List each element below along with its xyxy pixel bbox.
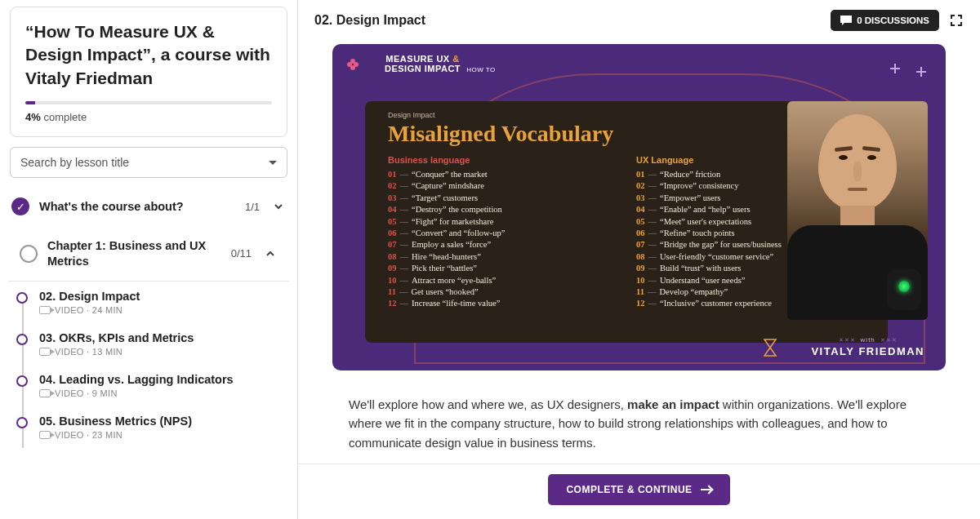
lesson-status-icon <box>16 334 28 345</box>
slide-tag: HOW TO MEASURE UX & DESIGN IMPACT <box>385 54 461 73</box>
lesson-title: 04. Leading vs. Lagging Indicators <box>39 373 284 386</box>
lesson-item[interactable]: 05. Business Metrics (NPS) VIDEO · 23 MI… <box>16 406 297 448</box>
course-header-card: “How To Measure UX & Design Impact”, a c… <box>10 7 287 137</box>
lesson-item[interactable]: 03. OKRs, KPIs and Metrics VIDEO · 13 MI… <box>16 323 297 365</box>
chevron-down-icon <box>273 201 284 212</box>
section-row-intro[interactable]: ✓ What's the course about? 1/1 <box>0 186 297 227</box>
lesson-item[interactable]: 04. Leading vs. Lagging Indicators VIDEO… <box>16 365 297 406</box>
lesson-list: 02. Design Impact VIDEO · 24 MIN 03. OKR… <box>0 282 297 448</box>
hourglass-icon <box>763 338 777 357</box>
main-header: 02. Design Impact 0 DISCUSSIONS <box>298 0 980 44</box>
main-content: 02. Design Impact 0 DISCUSSIONS HOW TO M… <box>298 0 980 519</box>
lesson-meta: VIDEO · 9 MIN <box>39 388 284 398</box>
status-done-icon: ✓ <box>11 197 29 215</box>
column-header: Business language <box>388 155 617 165</box>
section-count: 1/1 <box>245 201 260 213</box>
lesson-meta: VIDEO · 24 MIN <box>39 305 284 315</box>
section-title: What's the course about? <box>39 199 235 215</box>
arrow-right-icon <box>701 486 712 494</box>
lesson-title: 02. Design Impact <box>39 290 284 303</box>
section-title: Chapter 1: Business and UX Metrics <box>47 238 221 269</box>
chat-icon <box>840 16 852 25</box>
chevron-up-icon <box>265 248 276 260</box>
progress-label: 4% complete <box>25 111 272 123</box>
video-slide[interactable]: HOW TO MEASURE UX & DESIGN IMPACT Design… <box>332 44 946 370</box>
search-placeholder: Search by lesson title <box>20 156 129 169</box>
page-title: 02. Design Impact <box>314 13 821 28</box>
sidebar: “How To Measure UX & Design Impact”, a c… <box>0 0 298 519</box>
complete-continue-button[interactable]: COMPLETE & CONTINUE <box>548 474 729 505</box>
chevron-down-icon <box>269 161 277 165</box>
video-icon <box>39 348 51 356</box>
section-count: 0/11 <box>231 247 252 260</box>
video-icon <box>39 306 51 314</box>
lesson-title: 03. OKRs, KPIs and Metrics <box>39 331 284 344</box>
sparkle-icon <box>916 67 926 77</box>
flower-icon <box>347 59 359 70</box>
course-title: “How To Measure UX & Design Impact”, a c… <box>25 20 272 90</box>
section-row-chapter1[interactable]: Chapter 1: Business and UX Metrics 0/11 <box>8 227 289 282</box>
lesson-item[interactable]: 02. Design Impact VIDEO · 24 MIN <box>16 282 297 323</box>
lesson-status-icon <box>16 292 28 304</box>
discussions-button[interactable]: 0 DISCUSSIONS <box>831 10 939 31</box>
slide-credit: with VITALY FRIEDMAN <box>811 336 924 357</box>
lesson-title: 05. Business Metrics (NPS) <box>39 415 284 428</box>
sparkle-icon <box>890 64 900 73</box>
lesson-description: We'll explore how and where we, as UX de… <box>298 370 980 464</box>
video-icon <box>39 431 51 439</box>
lesson-meta: VIDEO · 23 MIN <box>39 430 284 440</box>
search-input[interactable]: Search by lesson title <box>10 147 287 178</box>
business-column: Business language 01—“Conquer” the marke… <box>388 155 617 311</box>
fullscreen-button[interactable] <box>949 13 964 28</box>
status-empty-icon <box>20 245 38 263</box>
video-icon <box>39 389 51 397</box>
lesson-status-icon <box>16 417 28 428</box>
lesson-meta: VIDEO · 13 MIN <box>39 347 284 357</box>
lesson-status-icon <box>16 375 28 387</box>
footer-bar: COMPLETE & CONTINUE <box>298 464 980 515</box>
presenter-video <box>787 101 928 320</box>
progress-bar <box>25 101 272 104</box>
